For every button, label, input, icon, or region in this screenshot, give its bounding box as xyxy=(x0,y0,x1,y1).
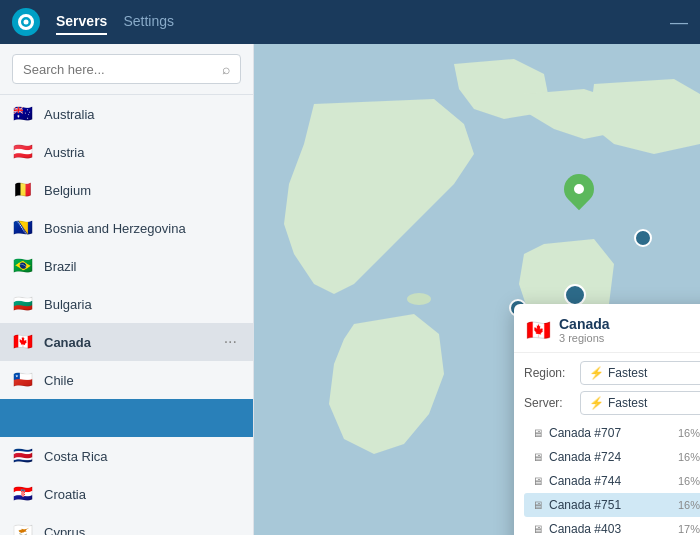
map-pin-7[interactable] xyxy=(634,229,652,247)
flag-bosnia: 🇧🇦 xyxy=(12,220,34,236)
country-name: Belgium xyxy=(44,183,241,198)
server-item[interactable]: 🖥 Canada #724 16% ♡ xyxy=(524,445,700,469)
server-pct: 16% xyxy=(678,451,700,463)
list-item[interactable]: 🇦🇹 Austria xyxy=(0,133,253,171)
flag-brazil: 🇧🇷 xyxy=(12,258,34,274)
country-name: Bulgaria xyxy=(44,297,241,312)
country-name: Chile xyxy=(44,373,241,388)
search-input[interactable] xyxy=(23,62,222,77)
country-name: Cyprus xyxy=(44,525,241,536)
server-name: Canada #744 xyxy=(549,474,672,488)
server-item-highlighted[interactable]: 🖥 Canada #751 16% ♡ xyxy=(524,493,700,517)
server-name: Canada #724 xyxy=(549,450,672,464)
country-name: Brazil xyxy=(44,259,241,274)
popup-body: Region: ⚡ Fastest ▼ Server: ⚡ Fastest ▼ xyxy=(514,353,700,535)
server-icon: 🖥 xyxy=(532,475,543,487)
blue-box-placeholder xyxy=(0,399,253,437)
server-pct: 16% xyxy=(678,427,700,439)
flag-australia: 🇦🇺 xyxy=(12,106,34,122)
country-name: Canada xyxy=(44,335,210,350)
app-header: Servers Settings — xyxy=(0,0,700,44)
flag-belgium: 🇧🇪 xyxy=(12,182,34,198)
list-item-canada[interactable]: 🇨🇦 Canada ··· xyxy=(0,323,253,361)
list-item[interactable]: 🇧🇬 Bulgaria xyxy=(0,285,253,323)
main-layout: ⌕ 🇦🇺 Australia 🇦🇹 Austria 🇧🇪 Belgium 🇧🇦 xyxy=(0,44,700,535)
list-item[interactable]: 🇧🇷 Brazil xyxy=(0,247,253,285)
list-item[interactable]: 🇭🇷 Croatia xyxy=(0,475,253,513)
list-item[interactable]: 🇨🇷 Costa Rica xyxy=(0,437,253,475)
list-item[interactable]: 🇦🇺 Australia xyxy=(0,95,253,133)
flag-croatia: 🇭🇷 xyxy=(12,486,34,502)
server-name: Canada #707 xyxy=(549,426,672,440)
popup-header: 🇨🇦 Canada 3 regions ✕ xyxy=(514,304,700,353)
search-icon: ⌕ xyxy=(222,61,230,77)
search-container: ⌕ xyxy=(0,44,253,95)
server-icon: 🖥 xyxy=(532,427,543,439)
country-name: Bosnia and Herzegovina xyxy=(44,221,241,236)
server-name: Canada #403 xyxy=(549,522,672,535)
map-pin-3[interactable] xyxy=(564,284,586,306)
country-name: Costa Rica xyxy=(44,449,241,464)
server-select[interactable]: ⚡ Fastest ▼ xyxy=(580,391,700,415)
flag-bulgaria: 🇧🇬 xyxy=(12,296,34,312)
pin-circle xyxy=(564,284,586,306)
server-label: Server: xyxy=(524,396,572,410)
pin-circle xyxy=(634,229,652,247)
region-row: Region: ⚡ Fastest ▼ xyxy=(524,361,700,385)
country-list: 🇦🇺 Australia 🇦🇹 Austria 🇧🇪 Belgium 🇧🇦 Bo… xyxy=(0,95,253,535)
logo-icon xyxy=(18,14,34,30)
more-options-button[interactable]: ··· xyxy=(220,331,241,353)
sidebar: ⌕ 🇦🇺 Australia 🇦🇹 Austria 🇧🇪 Belgium 🇧🇦 xyxy=(0,44,254,535)
country-name: Austria xyxy=(44,145,241,160)
tab-servers[interactable]: Servers xyxy=(56,9,107,35)
list-item[interactable]: 🇨🇾 Cyprus xyxy=(0,513,253,535)
server-pct: 16% xyxy=(678,499,700,511)
active-pin-shape xyxy=(558,168,600,210)
list-item[interactable]: 🇧🇦 Bosnia and Herzegovina xyxy=(0,209,253,247)
map-pin-canada[interactable] xyxy=(564,174,594,204)
tab-settings[interactable]: Settings xyxy=(123,9,174,35)
server-name: Canada #751 xyxy=(549,498,672,512)
region-label: Region: xyxy=(524,366,572,380)
flag-canada: 🇨🇦 xyxy=(12,334,34,350)
app-logo xyxy=(12,8,40,36)
bolt-icon: ⚡ xyxy=(589,366,604,380)
svg-point-1 xyxy=(407,293,431,305)
popup-flag: 🇨🇦 xyxy=(526,318,551,342)
flag-austria: 🇦🇹 xyxy=(12,144,34,160)
flag-chile: 🇨🇱 xyxy=(12,372,34,388)
server-list: 🖥 Canada #707 16% ♡ 🖥 Canada #724 16% ♡ … xyxy=(524,421,700,535)
server-row: Server: ⚡ Fastest ▼ xyxy=(524,391,700,415)
minimize-button[interactable]: — xyxy=(670,12,688,33)
canada-popup: 🇨🇦 Canada 3 regions ✕ Region: ⚡ Fastest … xyxy=(514,304,700,535)
server-pct: 16% xyxy=(678,475,700,487)
list-item[interactable]: 🇨🇱 Chile xyxy=(0,361,253,399)
search-box: ⌕ xyxy=(12,54,241,84)
map-area: 🇨🇦 Canada 3 regions ✕ Region: ⚡ Fastest … xyxy=(254,44,700,535)
popup-title: Canada xyxy=(559,316,694,332)
flag-cyprus: 🇨🇾 xyxy=(12,524,34,535)
region-select[interactable]: ⚡ Fastest ▼ xyxy=(580,361,700,385)
server-item[interactable]: 🖥 Canada #744 16% ♡ xyxy=(524,469,700,493)
region-select-value: Fastest xyxy=(608,366,700,380)
bolt-icon-2: ⚡ xyxy=(589,396,604,410)
flag-costarica: 🇨🇷 xyxy=(12,448,34,464)
server-select-value: Fastest xyxy=(608,396,700,410)
server-icon: 🖥 xyxy=(532,451,543,463)
server-icon: 🖥 xyxy=(532,499,543,511)
popup-subtitle: 3 regions xyxy=(559,332,694,344)
list-item[interactable]: 🇧🇪 Belgium xyxy=(0,171,253,209)
country-name: Australia xyxy=(44,107,241,122)
country-name: Croatia xyxy=(44,487,241,502)
server-icon: 🖥 xyxy=(532,523,543,535)
server-item[interactable]: 🖥 Canada #403 17% ♡ xyxy=(524,517,700,535)
server-item[interactable]: 🖥 Canada #707 16% ♡ xyxy=(524,421,700,445)
server-pct: 17% xyxy=(678,523,700,535)
